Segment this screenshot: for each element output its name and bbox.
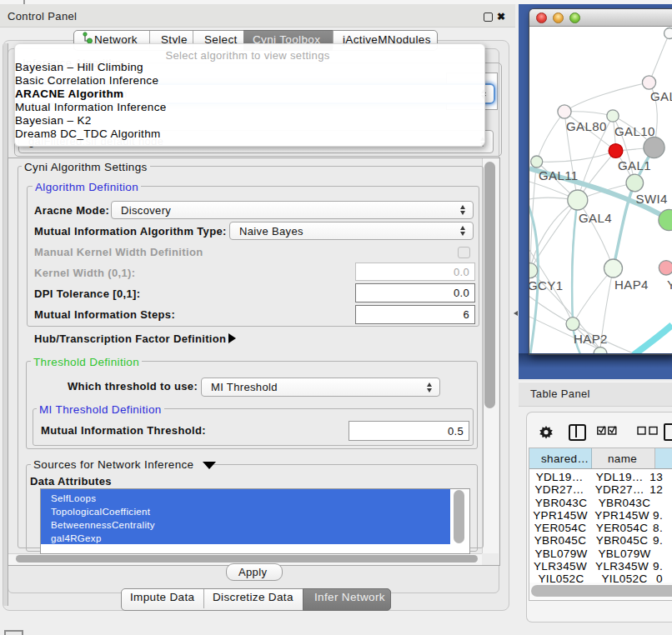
svg-text:SWI4: SWI4	[636, 192, 668, 206]
svg-text:GCY1: GCY1	[529, 278, 563, 292]
svg-text:GAL2: GAL2	[650, 89, 672, 103]
svg-text:GAL4: GAL4	[579, 211, 612, 225]
svg-text:HAP4: HAP4	[614, 278, 649, 292]
svg-text:Y: Y	[667, 278, 672, 292]
svg-text:HAP2: HAP2	[574, 332, 608, 346]
svg-text:GAL11: GAL11	[539, 168, 579, 182]
svg-text:GAL10: GAL10	[614, 124, 655, 138]
svg-text:GAL1: GAL1	[618, 158, 651, 172]
svg-text:GAL80: GAL80	[566, 119, 607, 133]
